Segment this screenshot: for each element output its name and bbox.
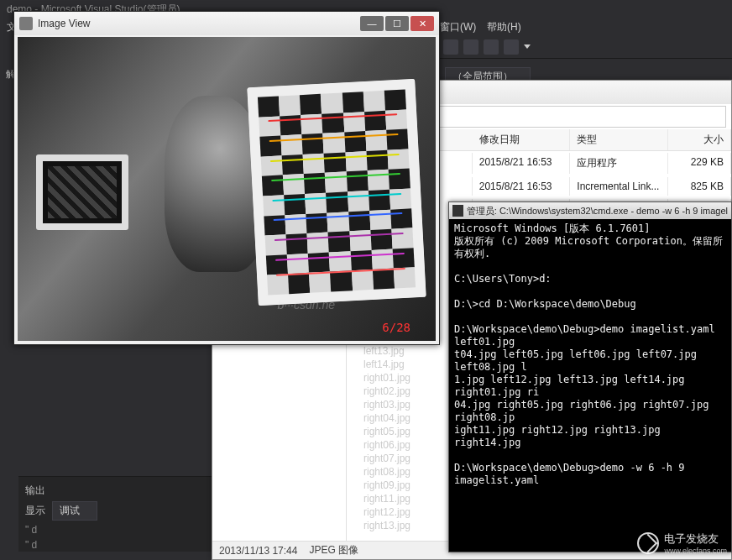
chevron-down-icon[interactable] xyxy=(524,44,531,49)
tb-fwd-icon[interactable] xyxy=(463,39,478,55)
show-label: 显示 xyxy=(25,504,45,518)
col-size[interactable]: 大小 xyxy=(668,129,731,150)
window-title: Image View xyxy=(38,18,360,29)
close-button[interactable]: ✕ xyxy=(410,16,434,31)
minimize-button[interactable]: — xyxy=(360,16,384,31)
cmd-titlebar[interactable]: 管理员: C:\Windows\system32\cmd.exe - demo … xyxy=(449,202,731,219)
checkerboard xyxy=(247,79,426,306)
tb-back-icon[interactable] xyxy=(443,39,458,55)
output-tab[interactable]: 输出 xyxy=(25,484,45,498)
tb-stop-icon[interactable] xyxy=(484,39,499,55)
maximize-button[interactable]: ☐ xyxy=(385,16,409,31)
col-date[interactable]: 修改日期 xyxy=(473,129,571,150)
status-date: 2013/11/13 17:44 xyxy=(219,545,297,557)
imageview-window[interactable]: Image View — ☐ ✕ b···csdn.ne 6/28 xyxy=(13,11,440,345)
cmd-icon xyxy=(452,205,463,217)
vs-toolbar xyxy=(437,35,732,59)
cmd-window[interactable]: 管理员: C:\Windows\system32\cmd.exe - demo … xyxy=(448,201,732,552)
frame-counter: 6/28 xyxy=(382,321,410,334)
csdn-watermark: b···csdn.ne xyxy=(278,298,336,311)
crt-monitor xyxy=(36,154,128,230)
cmd-output[interactable]: Microsoft Windows [版本 6.1.7601] 版权所有 (c)… xyxy=(449,219,731,552)
menu-help[interactable]: 帮助(H) xyxy=(487,20,521,34)
app-icon xyxy=(19,17,33,30)
status-type: JPEG 图像 xyxy=(309,543,358,557)
imageview-canvas: b···csdn.ne 6/28 xyxy=(18,37,436,341)
imageview-titlebar[interactable]: Image View — ☐ ✕ xyxy=(14,12,439,35)
tb-save-icon[interactable] xyxy=(504,39,519,55)
elecfans-logo-icon xyxy=(637,532,659,554)
col-type[interactable]: 类型 xyxy=(570,129,668,150)
output-source-dropdown[interactable]: 调试 xyxy=(52,501,97,521)
cmd-title: 管理员: C:\Windows\system32\cmd.exe - demo … xyxy=(467,205,728,217)
elecfans-watermark: 电子发烧友 www.elecfans.com xyxy=(637,531,727,555)
menu-window[interactable]: 窗口(W) xyxy=(440,20,476,34)
